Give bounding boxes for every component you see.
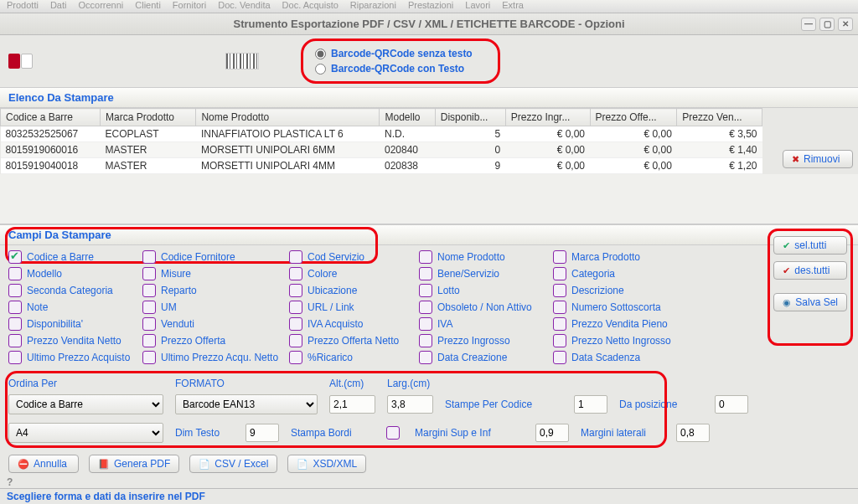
- annulla-button[interactable]: ⛔Annulla: [8, 455, 79, 473]
- menu-item[interactable]: Fornitori: [173, 0, 206, 13]
- menu-item[interactable]: Doc. Acquisto: [282, 0, 339, 13]
- barcode-icon: [225, 53, 259, 69]
- menu-item[interactable]: Prestazioni: [408, 0, 453, 13]
- margini-lat-input[interactable]: [676, 424, 710, 442]
- pdf-icon: 📕: [98, 459, 110, 470]
- close-button[interactable]: ✕: [838, 18, 853, 31]
- stampe-label: Stampe Per Codice: [445, 399, 562, 410]
- menu-item[interactable]: Doc. Vendita: [218, 0, 270, 13]
- field-checkbox[interactable]: Descrizione: [553, 284, 704, 297]
- field-checkbox[interactable]: Lotto: [419, 284, 553, 297]
- field-checkbox[interactable]: Colore: [289, 267, 419, 280]
- select-all-button[interactable]: ✔sel.tutti: [773, 236, 847, 255]
- formato-select[interactable]: Barcode EAN13: [175, 394, 318, 414]
- column-header[interactable]: Marca Prodotto: [100, 109, 195, 126]
- column-header[interactable]: Prezzo Ingr...: [505, 109, 590, 126]
- field-checkbox[interactable]: Categoria: [553, 267, 704, 280]
- globe-icon: ◉: [783, 297, 791, 308]
- dimtesto-input[interactable]: [246, 424, 279, 442]
- window-title: Strumento Esportazione PDF / CSV / XML /…: [233, 18, 624, 30]
- maximize-button[interactable]: ▢: [819, 18, 835, 31]
- pdf-icon[interactable]: [8, 54, 33, 69]
- menu-item[interactable]: Dati: [50, 0, 67, 13]
- bottom-buttons: ⛔Annulla 📕Genera PDF 📄CSV / Excel 📄XSD/X…: [0, 451, 858, 476]
- stampe-input[interactable]: [574, 395, 607, 414]
- column-header[interactable]: Prezzo Offe...: [590, 109, 677, 126]
- table-row[interactable]: 8015919040018MASTERMORSETTI UNIPOLARI 4M…: [1, 158, 762, 174]
- table-empty-space: [0, 174, 858, 224]
- field-checkbox[interactable]: Numero Sottoscorta: [553, 301, 704, 314]
- column-header[interactable]: Nome Prodotto: [196, 109, 380, 126]
- menu-item[interactable]: Clienti: [135, 0, 161, 13]
- pagesize-select[interactable]: A4: [8, 423, 163, 443]
- field-checkbox[interactable]: Bene/Servizio: [419, 267, 553, 280]
- field-checkbox[interactable]: Codice Fornitore: [142, 250, 289, 264]
- field-checkbox[interactable]: Data Scadenza: [553, 351, 704, 364]
- column-header[interactable]: Modello: [380, 109, 435, 126]
- field-checkbox[interactable]: Misure: [142, 267, 289, 280]
- ordina-select[interactable]: Codice a Barre: [8, 394, 163, 414]
- column-header[interactable]: Disponib...: [435, 109, 505, 126]
- field-checkbox[interactable]: Seconda Categoria: [8, 284, 142, 297]
- field-checkbox[interactable]: Marca Prodotto: [553, 250, 704, 264]
- field-checkbox[interactable]: Prezzo Vendita Netto: [8, 334, 142, 347]
- menu-item[interactable]: Extra: [502, 0, 524, 13]
- check-icon: ✔: [783, 265, 790, 276]
- menu-item[interactable]: Riparazioni: [350, 0, 396, 13]
- field-checkbox[interactable]: Venduti: [142, 317, 289, 331]
- field-checkbox[interactable]: URL / Link: [289, 301, 419, 314]
- field-checkbox[interactable]: Ubicazione: [289, 284, 419, 297]
- margini-si-input[interactable]: [535, 424, 569, 442]
- field-checkbox[interactable]: Modello: [8, 267, 142, 280]
- field-checkbox[interactable]: IVA Acquisto: [289, 317, 419, 331]
- field-checkbox[interactable]: Ultimo Prezzo Acquisto: [8, 351, 142, 364]
- dapos-input[interactable]: [715, 395, 748, 414]
- field-checkbox[interactable]: Prezzo Vendita Pieno: [553, 317, 704, 331]
- field-checkbox[interactable]: Prezzo Offerta: [142, 334, 289, 347]
- csv-excel-button[interactable]: 📄CSV / Excel: [189, 455, 277, 473]
- titlebar: Strumento Esportazione PDF / CSV / XML /…: [0, 13, 858, 35]
- field-checkbox[interactable]: IVA: [419, 317, 553, 331]
- table-row[interactable]: 8015919060016MASTERMORSETTI UNIPOLARI 6M…: [1, 142, 762, 158]
- column-header[interactable]: Prezzo Ven...: [677, 109, 762, 126]
- field-checkbox[interactable]: Codice a Barre: [8, 250, 142, 264]
- field-checkbox[interactable]: Data Creazione: [419, 351, 553, 364]
- field-checkbox[interactable]: %Ricarico: [289, 351, 419, 364]
- bordi-label: Stampa Bordi: [291, 427, 375, 439]
- minimize-button[interactable]: —: [801, 18, 816, 31]
- menu-item[interactable]: Occorrenni: [78, 0, 123, 13]
- barcode-text-mode-group: Barcode-QRCode senza testo Barcode-QRCod…: [301, 39, 500, 84]
- field-checkbox[interactable]: Cod Servizio: [289, 250, 419, 264]
- radio-with-text[interactable]: Barcode-QRCode con Testo: [315, 61, 473, 76]
- save-selection-button[interactable]: ◉Salva Sel: [773, 293, 847, 311]
- deselect-all-button[interactable]: ✔des.tutti: [773, 261, 847, 280]
- menubar: ProdottiDatiOccorrenniClientiFornitoriDo…: [0, 0, 858, 13]
- fields-area: Codice a BarreCodice FornitoreCod Serviz…: [0, 245, 858, 369]
- bordi-checkbox[interactable]: [386, 426, 403, 440]
- xsd-xml-button[interactable]: 📄XSD/XML: [287, 455, 366, 473]
- field-checkbox[interactable]: Obsoleto / Non Attivo: [419, 301, 553, 314]
- field-checkbox[interactable]: Reparto: [142, 284, 289, 297]
- genera-pdf-button[interactable]: 📕Genera PDF: [89, 455, 179, 473]
- margini-lat-label: Margini laterali: [581, 427, 664, 439]
- alt-input[interactable]: [329, 395, 375, 414]
- larg-input[interactable]: [387, 395, 433, 414]
- field-checkbox[interactable]: Prezzo Ingrosso: [419, 334, 553, 347]
- fields-header: Campi Da Stampare: [0, 224, 858, 245]
- dapos-label: Da posizione: [619, 399, 703, 410]
- field-checkbox[interactable]: Prezzo Offerta Netto: [289, 334, 419, 347]
- table-row[interactable]: 8032532525067ECOPLASTINNAFFIATOIO PLASTI…: [1, 126, 762, 142]
- radio-no-text[interactable]: Barcode-QRCode senza testo: [315, 46, 473, 61]
- column-header[interactable]: Codice a Barre: [1, 109, 101, 126]
- field-checkbox[interactable]: Ultimo Prezzo Acqu. Netto: [142, 351, 289, 364]
- field-checkbox[interactable]: Disponibilita': [8, 317, 142, 331]
- field-checkbox[interactable]: Nome Prodotto: [419, 250, 553, 264]
- menu-item[interactable]: Lavori: [465, 0, 490, 13]
- field-checkbox[interactable]: UM: [142, 301, 289, 314]
- menu-item[interactable]: Prodotti: [7, 0, 39, 13]
- rimuovi-button[interactable]: ✖ Rimuovi: [783, 150, 853, 168]
- radio-with-text-input[interactable]: [315, 64, 326, 75]
- field-checkbox[interactable]: Prezzo Netto Ingrosso: [553, 334, 704, 347]
- radio-no-text-input[interactable]: [315, 49, 326, 59]
- field-checkbox[interactable]: Note: [8, 301, 142, 314]
